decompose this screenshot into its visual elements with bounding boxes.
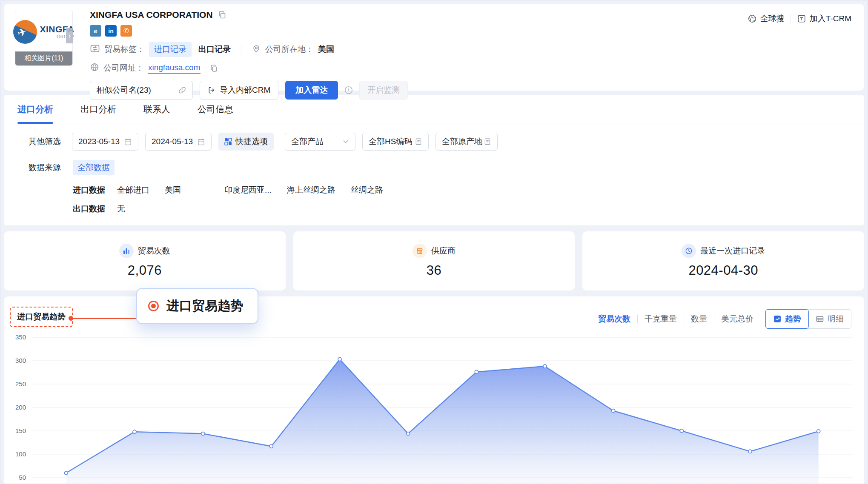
tag-export-records[interactable]: 出口记录: [198, 44, 231, 55]
metric-kg-weight[interactable]: 千克重量: [645, 313, 677, 325]
all-origins-value: 全部原产地: [442, 136, 482, 147]
trend-icon: [773, 315, 782, 323]
all-data-chip[interactable]: 全部数据: [73, 160, 115, 175]
divider: [241, 45, 241, 54]
metric-switcher: 贸易次数 千克重量 数量 美元总价 趋势 明细: [598, 309, 851, 329]
toggle-trend-view[interactable]: 趋势: [765, 309, 809, 329]
import-crm-button[interactable]: 导入内部CRM: [200, 81, 278, 100]
divider: [714, 315, 714, 323]
trade-tags-label: 贸易标签：: [104, 44, 145, 55]
global-search-button[interactable]: 全球搜: [748, 13, 785, 24]
join-tcrm-button[interactable]: 加入T-CRM: [797, 13, 851, 24]
tag-import-records[interactable]: 进口记录: [149, 42, 192, 57]
svg-text:300: 300: [15, 357, 26, 364]
annotation-dot: [69, 316, 73, 321]
company-location: 美国: [318, 44, 334, 55]
annotation-callout: 进口贸易趋势: [136, 288, 258, 324]
logo-globe-graphic: ✈: [13, 20, 37, 44]
trade-tags-icon: [90, 43, 100, 55]
quick-options-button[interactable]: 快捷选项: [218, 133, 274, 151]
import-source-item: 印度尼西亚...: [224, 185, 272, 196]
stat-cards: 贸易次数 2,076 供应商 36 最近一次进口记录 2024-04-30: [4, 231, 864, 290]
svg-text:250: 250: [15, 380, 26, 387]
related-images-badge[interactable]: 相关图片(11): [15, 51, 72, 65]
document-icon: [415, 138, 422, 145]
tab-contacts[interactable]: 联系人: [143, 103, 170, 123]
location-pin-icon: [252, 44, 261, 55]
all-products-value: 全部产品: [291, 136, 324, 147]
svg-text:150: 150: [15, 427, 26, 434]
location-label: 公司所在地：: [265, 44, 314, 55]
tab-company-info[interactable]: 公司信息: [198, 103, 233, 123]
document-icon: [484, 138, 491, 145]
svg-text:50: 50: [19, 474, 26, 481]
company-header: ✈ XINGFA GROUP › 相关图片(11) XINGFA USA COR…: [4, 4, 864, 91]
add-radar-button[interactable]: 加入雷达: [285, 81, 338, 100]
annotation-title: 进口贸易趋势: [166, 297, 243, 315]
company-logo-card[interactable]: ✈ XINGFA GROUP › 相关图片(11): [15, 10, 73, 66]
toggle-detail-view[interactable]: 明细: [808, 310, 851, 328]
header-actions: 全球搜 加入T-CRM: [748, 13, 851, 24]
phone-icon[interactable]: ✆: [120, 25, 132, 37]
view-toggle: 趋势 明细: [765, 309, 851, 329]
filter-bar: 其他筛选 2023-05-13 2024-05-13 快捷选项 全部产品 全部H…: [4, 123, 864, 151]
company-trade-page: ✈ XINGFA GROUP › 相关图片(11) XINGFA USA COR…: [0, 0, 868, 484]
start-monitor-button: 开启监测: [359, 81, 408, 100]
globe-icon: [90, 63, 99, 74]
export-data-value: 无: [117, 203, 125, 214]
import-crm-label: 导入内部CRM: [220, 85, 270, 96]
website-label: 公司网址：: [103, 63, 144, 74]
svg-text:350: 350: [15, 333, 26, 341]
divider: [684, 315, 684, 323]
tab-import-analysis[interactable]: 进口分析: [17, 103, 53, 123]
import-icon: [208, 86, 216, 94]
data-source-label: 数据来源: [29, 162, 73, 173]
grid-icon: [224, 138, 232, 145]
company-logo: ✈ XINGFA GROUP: [15, 10, 72, 51]
divider: [791, 14, 791, 23]
store-icon: [413, 244, 427, 258]
copy-icon[interactable]: [218, 11, 226, 19]
export-data-label: 出口数据: [73, 203, 117, 214]
company-info: XINGFA USA CORPORATION e in ✆ 贸易标签： 进口记录…: [90, 10, 408, 86]
metric-quantity[interactable]: 数量: [691, 313, 707, 325]
date-from-picker[interactable]: 2023-05-13: [72, 133, 138, 151]
date-to-value: 2024-05-13: [152, 137, 193, 146]
similar-companies-button[interactable]: 相似公司名(23): [90, 81, 193, 100]
link-icon: [178, 86, 186, 94]
import-trend-section: 0501001502002503003502023-052023-062023-…: [4, 296, 864, 484]
stat-card-suppliers: 供应商 36: [293, 231, 575, 290]
tab-export-analysis[interactable]: 出口分析: [80, 103, 116, 123]
plane-icon: ✈: [16, 25, 29, 40]
social-links: e in ✆: [90, 25, 408, 37]
import-source-item: 丝绸之路: [351, 185, 383, 196]
metric-trade-count[interactable]: 贸易次数: [598, 313, 630, 325]
divider: [637, 315, 638, 323]
svg-text:100: 100: [15, 450, 26, 458]
toggle-detail-label: 明细: [828, 313, 844, 325]
copy-website-icon[interactable]: [210, 64, 218, 72]
import-data-row: 进口数据 全部进口 美国 印度尼西亚... 海上丝绸之路 丝绸之路: [4, 185, 864, 196]
logo-next-arrow[interactable]: ›: [66, 28, 73, 43]
import-source-item: 海上丝绸之路: [287, 185, 335, 196]
stat-value: 2,076: [128, 263, 162, 278]
data-source-row: 数据来源 全部数据: [4, 160, 864, 175]
info-icon[interactable]: [344, 85, 353, 95]
website-icon[interactable]: e: [90, 25, 101, 37]
stat-card-trade-count: 贸易次数 2,076: [4, 231, 286, 290]
analysis-panel: 进口分析 出口分析 联系人 公司信息 其他筛选 2023-05-13 2024-…: [4, 95, 864, 225]
linkedin-icon[interactable]: in: [105, 25, 117, 37]
date-from-value: 2023-05-13: [78, 137, 120, 146]
stat-value: 36: [427, 263, 441, 278]
other-filters-label: 其他筛选: [29, 136, 61, 147]
import-data-label: 进口数据: [73, 185, 117, 196]
company-website-link[interactable]: xingfausa.com: [148, 63, 201, 74]
export-data-row: 出口数据 无: [4, 203, 864, 214]
date-to-picker[interactable]: 2024-05-13: [145, 133, 212, 151]
trend-section-title: 进口贸易趋势: [10, 307, 73, 327]
all-origins-select[interactable]: 全部原产地: [435, 133, 498, 151]
global-search-icon: [748, 14, 757, 23]
all-hs-codes-select[interactable]: 全部HS编码: [362, 133, 429, 151]
metric-usd-total[interactable]: 美元总价: [721, 313, 753, 325]
all-products-select[interactable]: 全部产品: [285, 133, 355, 151]
